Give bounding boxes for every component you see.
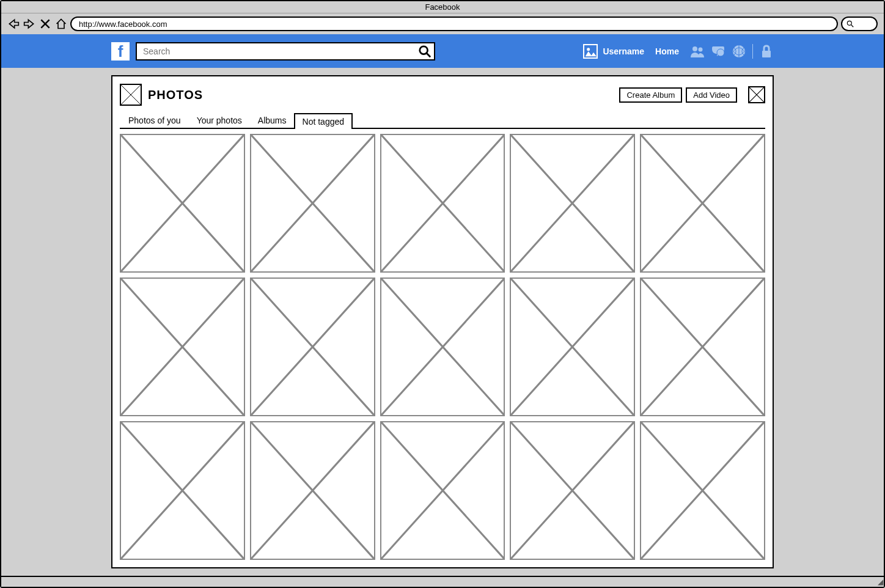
facebook-header: f Username Home	[1, 34, 884, 68]
tab-not-tagged[interactable]: Not tagged	[294, 113, 353, 129]
photo-thumbnail[interactable]	[120, 277, 245, 416]
status-bar: ◢	[1, 576, 884, 587]
svg-point-5	[717, 49, 724, 56]
create-album-button[interactable]: Create Album	[619, 87, 682, 103]
photo-thumbnail[interactable]	[380, 134, 505, 273]
window-title: Facebook	[425, 2, 460, 12]
photos-title: PHOTOS	[148, 88, 203, 102]
photo-thumbnail[interactable]	[380, 277, 505, 416]
forward-button[interactable]	[23, 18, 35, 30]
search-icon[interactable]	[418, 45, 431, 58]
content-area: PHOTOS Create Album Add Video Photos of …	[1, 68, 884, 576]
search-input[interactable]	[136, 42, 435, 61]
back-button[interactable]	[7, 18, 20, 30]
resize-grip-icon[interactable]: ◢	[878, 578, 881, 586]
photo-thumbnail[interactable]	[120, 421, 245, 560]
photo-grid	[120, 134, 765, 560]
title-bar: Facebook	[1, 1, 884, 13]
svg-point-4	[699, 47, 703, 51]
add-video-button[interactable]: Add Video	[686, 87, 737, 103]
url-input[interactable]	[70, 17, 838, 31]
svg-point-0	[847, 21, 851, 25]
photo-thumbnail[interactable]	[250, 134, 375, 273]
home-link[interactable]: Home	[655, 46, 679, 56]
photo-thumbnail[interactable]	[510, 421, 635, 560]
photo-thumbnail[interactable]	[640, 421, 765, 560]
photos-panel: PHOTOS Create Album Add Video Photos of …	[111, 75, 774, 568]
photo-thumbnail[interactable]	[120, 134, 245, 273]
profile-link[interactable]: Username	[583, 44, 644, 59]
tab-albums[interactable]: Albums	[249, 112, 295, 128]
photos-tabs: Photos of you Your photos Albums Not tag…	[120, 112, 765, 129]
photo-thumbnail[interactable]	[250, 277, 375, 416]
photo-thumbnail[interactable]	[510, 134, 635, 273]
lock-icon[interactable]	[759, 44, 774, 59]
photos-header: PHOTOS Create Album Add Video	[120, 84, 765, 106]
tab-your-photos[interactable]: Your photos	[188, 112, 251, 128]
profile-thumb-icon	[583, 44, 598, 59]
photo-thumbnail[interactable]	[250, 421, 375, 560]
messages-icon[interactable]	[711, 44, 725, 59]
facebook-logo[interactable]: f	[111, 42, 130, 61]
header-divider	[752, 44, 753, 59]
notifications-icon[interactable]	[732, 44, 746, 59]
svg-point-3	[692, 46, 697, 51]
friends-icon[interactable]	[690, 44, 705, 59]
browser-window: Facebook f	[0, 0, 885, 588]
photo-thumbnail[interactable]	[510, 277, 635, 416]
username-label: Username	[603, 46, 644, 56]
svg-point-2	[587, 48, 590, 51]
stop-button[interactable]	[39, 18, 51, 30]
svg-rect-7	[762, 51, 771, 57]
photos-action-icon[interactable]	[748, 86, 765, 103]
photo-thumbnail[interactable]	[640, 277, 765, 416]
browser-search-button[interactable]	[841, 17, 878, 31]
photo-thumbnail[interactable]	[640, 134, 765, 273]
browser-nav-bar	[1, 13, 884, 34]
tab-photos-of-you[interactable]: Photos of you	[120, 112, 189, 128]
photos-header-icon	[120, 84, 142, 106]
photo-thumbnail[interactable]	[380, 421, 505, 560]
svg-point-1	[420, 46, 428, 54]
home-label: Home	[655, 46, 679, 56]
home-button[interactable]	[55, 18, 67, 30]
